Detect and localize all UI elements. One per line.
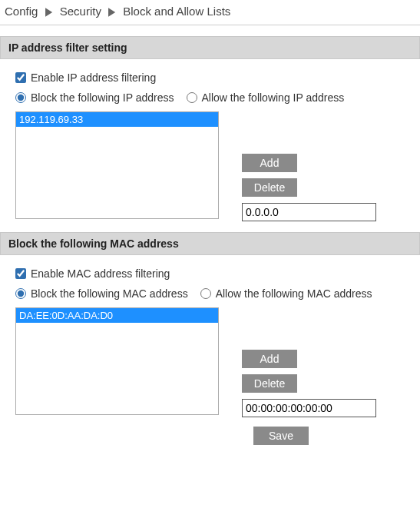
breadcrumb-item-security[interactable]: Security	[60, 5, 101, 18]
ip-mode-allow-label: Allow the following IP address	[202, 91, 345, 104]
section-header-ip: IP address filter setting	[0, 36, 420, 59]
mac-address-input[interactable]	[242, 399, 376, 417]
chevron-right-icon: ▶	[45, 5, 54, 18]
mac-mode-allow-radio[interactable]	[200, 288, 211, 299]
mac-mode-block-label: Block the following MAC address	[31, 287, 188, 300]
ip-mode-block-label: Block the following IP address	[31, 91, 174, 104]
ip-add-button[interactable]: Add	[242, 154, 297, 172]
enable-mac-filtering-checkbox[interactable]	[15, 268, 26, 279]
save-button[interactable]: Save	[253, 427, 309, 445]
enable-ip-filtering-label: Enable IP address filtering	[31, 71, 156, 84]
ip-mode-block-radio[interactable]	[15, 92, 26, 103]
breadcrumb: Config ▶ Security ▶ Block and Allow List…	[0, 0, 420, 25]
list-item[interactable]: DA:EE:0D:AA:DA:D0	[16, 308, 218, 323]
mac-delete-button[interactable]: Delete	[242, 374, 297, 393]
ip-listbox[interactable]: 192.119.69.33	[15, 111, 219, 219]
ip-mode-allow-radio[interactable]	[187, 92, 197, 103]
enable-mac-filtering-label: Enable MAC address filtering	[31, 267, 170, 280]
section-header-mac: Block the following MAC address	[0, 232, 420, 255]
enable-ip-filtering-checkbox[interactable]	[15, 72, 26, 83]
ip-delete-button[interactable]: Delete	[242, 178, 297, 197]
mac-mode-block-radio[interactable]	[15, 288, 26, 299]
mac-mode-allow-label: Allow the following MAC address	[216, 287, 372, 300]
mac-listbox[interactable]: DA:EE:0D:AA:DA:D0	[15, 307, 219, 415]
breadcrumb-item-block-allow[interactable]: Block and Allow Lists	[123, 5, 230, 18]
breadcrumb-item-config[interactable]: Config	[5, 5, 38, 18]
mac-add-button[interactable]: Add	[242, 350, 297, 368]
chevron-right-icon: ▶	[107, 5, 117, 18]
ip-address-input[interactable]	[242, 203, 376, 221]
list-item[interactable]: 192.119.69.33	[16, 112, 218, 127]
